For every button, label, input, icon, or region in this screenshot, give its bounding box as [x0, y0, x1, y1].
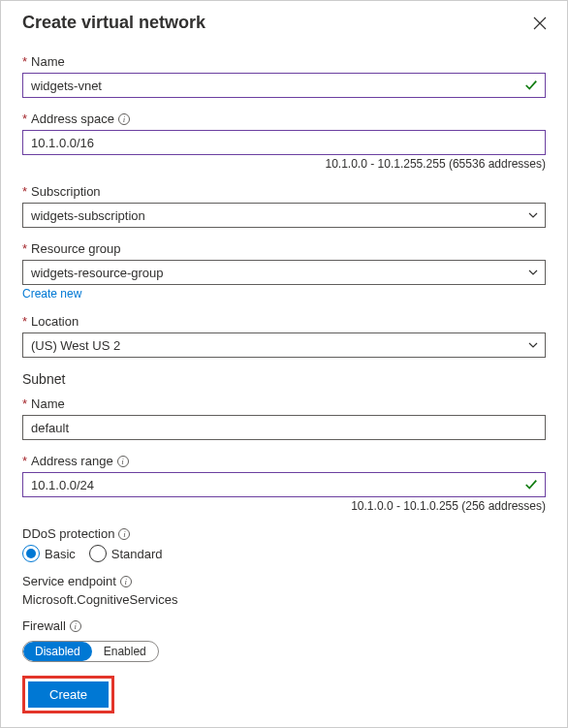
name-input[interactable]: widgets-vnet: [22, 73, 546, 98]
firewall-label: Firewalli: [22, 618, 546, 633]
subnet-heading: Subnet: [22, 371, 546, 387]
chevron-down-icon: [527, 209, 539, 221]
firewall-enabled-option[interactable]: Enabled: [92, 642, 158, 661]
service-endpoint-value: Microsoft.CognitiveServices: [22, 592, 546, 607]
create-button-highlight: Create: [22, 676, 114, 713]
resource-group-select[interactable]: widgets-resource-group: [22, 260, 546, 285]
address-space-input[interactable]: 10.1.0.0/16: [22, 130, 546, 155]
info-icon[interactable]: i: [120, 576, 132, 587]
panel-title: Create virtual network: [22, 13, 205, 33]
create-button[interactable]: Create: [28, 681, 109, 708]
subnet-range-label: *Address rangei: [22, 454, 546, 468]
subnet-range-hint: 10.1.0.0 - 10.1.0.255 (256 addresses): [22, 499, 546, 513]
info-icon[interactable]: i: [118, 528, 130, 540]
service-endpoint-label: Service endpointi: [22, 574, 546, 588]
firewall-disabled-option[interactable]: Disabled: [23, 642, 92, 661]
info-icon[interactable]: i: [118, 113, 130, 125]
ddos-basic-radio[interactable]: Basic: [22, 545, 76, 562]
checkmark-icon: [524, 478, 538, 491]
address-space-label: *Address spacei: [22, 111, 546, 126]
ddos-label: DDoS protectioni: [22, 526, 546, 541]
checkmark-icon: [524, 79, 538, 92]
subnet-range-input[interactable]: 10.1.0.0/24: [22, 472, 546, 497]
chevron-down-icon: [527, 267, 539, 278]
location-select[interactable]: (US) West US 2: [22, 332, 546, 358]
chevron-down-icon: [527, 339, 539, 351]
subnet-name-input[interactable]: default: [22, 415, 546, 440]
firewall-toggle[interactable]: Disabled Enabled: [22, 641, 159, 662]
close-icon[interactable]: [532, 16, 548, 31]
resource-group-label: *Resource group: [22, 241, 546, 256]
subnet-name-label: *Name: [22, 396, 546, 411]
info-icon[interactable]: i: [70, 620, 81, 632]
ddos-standard-radio[interactable]: Standard: [89, 545, 163, 562]
name-label: *Name: [22, 54, 546, 69]
address-space-hint: 10.1.0.0 - 10.1.255.255 (65536 addresses…: [22, 157, 546, 171]
location-label: *Location: [22, 314, 546, 329]
create-new-link[interactable]: Create new: [22, 287, 81, 301]
info-icon[interactable]: i: [117, 456, 129, 467]
subscription-select[interactable]: widgets-subscription: [22, 203, 546, 228]
subscription-label: *Subscription: [22, 184, 546, 199]
